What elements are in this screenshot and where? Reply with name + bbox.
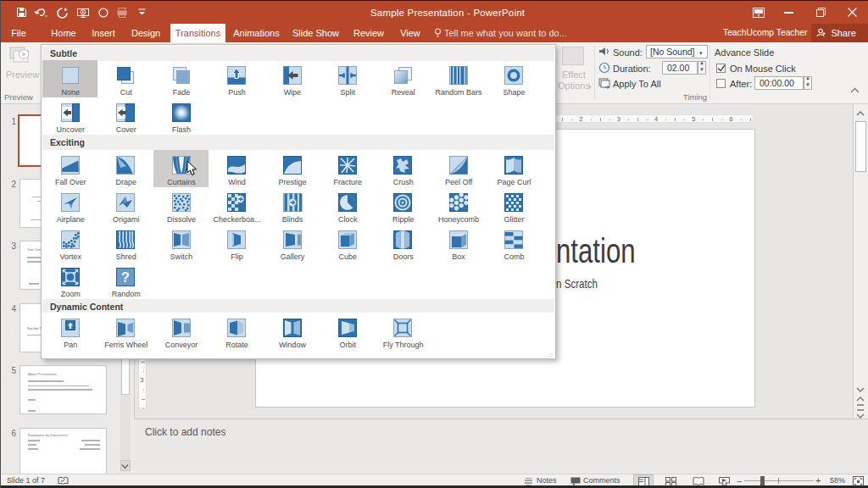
svg-text:?: ? [122, 270, 131, 285]
